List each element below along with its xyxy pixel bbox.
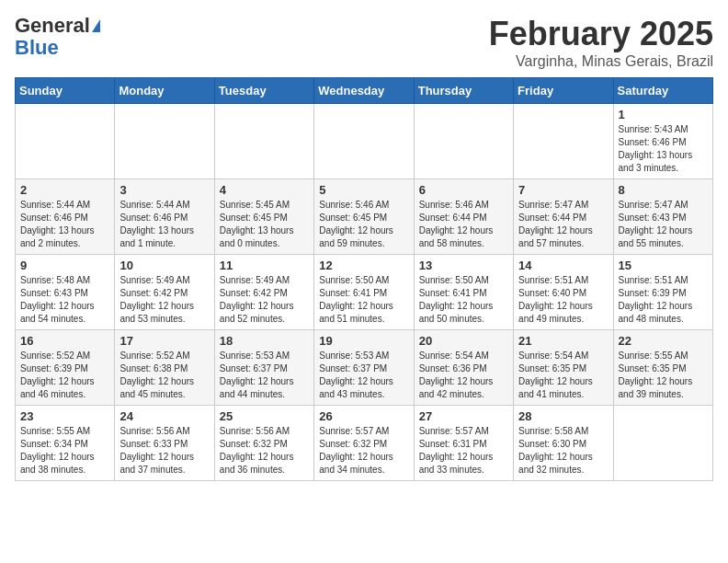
- day-info: Sunrise: 5:45 AM Sunset: 6:45 PM Dayligh…: [220, 199, 309, 250]
- day-info: Sunrise: 5:51 AM Sunset: 6:40 PM Dayligh…: [518, 274, 608, 326]
- day-info: Sunrise: 5:58 AM Sunset: 6:30 PM Dayligh…: [518, 425, 608, 477]
- calendar-day-cell: 18Sunrise: 5:53 AM Sunset: 6:37 PM Dayli…: [214, 330, 313, 406]
- location-title: Varginha, Minas Gerais, Brazil: [489, 53, 713, 70]
- day-info: Sunrise: 5:49 AM Sunset: 6:42 PM Dayligh…: [220, 274, 309, 326]
- calendar-day-cell: 19Sunrise: 5:53 AM Sunset: 6:37 PM Dayli…: [314, 330, 414, 406]
- calendar-table: SundayMondayTuesdayWednesdayThursdayFrid…: [15, 77, 713, 481]
- day-info: Sunrise: 5:50 AM Sunset: 6:41 PM Dayligh…: [319, 274, 408, 326]
- calendar-day-cell: 10Sunrise: 5:49 AM Sunset: 6:42 PM Dayli…: [115, 255, 214, 330]
- day-number: 1: [619, 108, 708, 121]
- day-info: Sunrise: 5:44 AM Sunset: 6:46 PM Dayligh…: [119, 199, 209, 250]
- day-number: 15: [619, 259, 708, 272]
- calendar-day-cell: 24Sunrise: 5:56 AM Sunset: 6:33 PM Dayli…: [115, 406, 214, 481]
- logo-general-text: General: [15, 15, 90, 37]
- day-info: Sunrise: 5:46 AM Sunset: 6:45 PM Dayligh…: [319, 199, 408, 250]
- calendar-day-cell: 13Sunrise: 5:50 AM Sunset: 6:41 PM Dayli…: [414, 255, 513, 330]
- day-info: Sunrise: 5:57 AM Sunset: 6:31 PM Dayligh…: [419, 425, 508, 477]
- day-number: 25: [220, 409, 309, 423]
- calendar-week-row: 9Sunrise: 5:48 AM Sunset: 6:43 PM Daylig…: [16, 255, 713, 330]
- page-header: General Blue February 2025 Varginha, Min…: [15, 15, 713, 70]
- day-number: 22: [619, 334, 708, 348]
- day-info: Sunrise: 5:49 AM Sunset: 6:42 PM Dayligh…: [119, 274, 209, 326]
- calendar-day-cell: 9Sunrise: 5:48 AM Sunset: 6:43 PM Daylig…: [16, 255, 115, 330]
- day-number: 19: [319, 334, 408, 348]
- day-info: Sunrise: 5:57 AM Sunset: 6:32 PM Dayligh…: [319, 425, 408, 477]
- weekday-header-row: SundayMondayTuesdayWednesdayThursdayFrid…: [16, 78, 713, 104]
- day-number: 11: [220, 259, 309, 272]
- day-number: 3: [119, 183, 209, 197]
- calendar-day-cell: 12Sunrise: 5:50 AM Sunset: 6:41 PM Dayli…: [314, 255, 414, 330]
- day-info: Sunrise: 5:47 AM Sunset: 6:43 PM Dayligh…: [619, 199, 708, 250]
- day-number: 2: [20, 183, 109, 197]
- logo-blue-text: Blue: [15, 37, 59, 59]
- calendar-day-cell: 3Sunrise: 5:44 AM Sunset: 6:46 PM Daylig…: [115, 179, 214, 255]
- calendar-day-cell: 11Sunrise: 5:49 AM Sunset: 6:42 PM Dayli…: [214, 255, 313, 330]
- weekday-header-tuesday: Tuesday: [214, 78, 313, 104]
- calendar-day-cell: [115, 104, 214, 179]
- calendar-day-cell: 8Sunrise: 5:47 AM Sunset: 6:43 PM Daylig…: [613, 179, 712, 255]
- day-info: Sunrise: 5:48 AM Sunset: 6:43 PM Dayligh…: [20, 274, 109, 326]
- day-info: Sunrise: 5:56 AM Sunset: 6:33 PM Dayligh…: [119, 425, 209, 477]
- day-info: Sunrise: 5:53 AM Sunset: 6:37 PM Dayligh…: [220, 350, 309, 401]
- day-number: 28: [518, 409, 608, 423]
- calendar-day-cell: [613, 406, 712, 481]
- day-number: 21: [518, 334, 608, 348]
- calendar-day-cell: 23Sunrise: 5:55 AM Sunset: 6:34 PM Dayli…: [16, 406, 115, 481]
- day-info: Sunrise: 5:54 AM Sunset: 6:35 PM Dayligh…: [518, 350, 608, 401]
- calendar-day-cell: 14Sunrise: 5:51 AM Sunset: 6:40 PM Dayli…: [514, 255, 613, 330]
- calendar-day-cell: 22Sunrise: 5:55 AM Sunset: 6:35 PM Dayli…: [613, 330, 712, 406]
- calendar-day-cell: 25Sunrise: 5:56 AM Sunset: 6:32 PM Dayli…: [214, 406, 313, 481]
- day-number: 7: [518, 183, 608, 197]
- calendar-day-cell: 16Sunrise: 5:52 AM Sunset: 6:39 PM Dayli…: [16, 330, 115, 406]
- day-number: 4: [220, 183, 309, 197]
- weekday-header-monday: Monday: [115, 78, 214, 104]
- day-number: 6: [419, 183, 508, 197]
- day-info: Sunrise: 5:54 AM Sunset: 6:36 PM Dayligh…: [419, 350, 508, 401]
- calendar-day-cell: [314, 104, 414, 179]
- calendar-week-row: 16Sunrise: 5:52 AM Sunset: 6:39 PM Dayli…: [16, 330, 713, 406]
- day-info: Sunrise: 5:56 AM Sunset: 6:32 PM Dayligh…: [220, 425, 309, 477]
- day-number: 18: [220, 334, 309, 348]
- day-number: 14: [518, 259, 608, 272]
- calendar-day-cell: 1Sunrise: 5:43 AM Sunset: 6:46 PM Daylig…: [613, 104, 712, 179]
- calendar-day-cell: 17Sunrise: 5:52 AM Sunset: 6:38 PM Dayli…: [115, 330, 214, 406]
- weekday-header-thursday: Thursday: [414, 78, 513, 104]
- day-info: Sunrise: 5:55 AM Sunset: 6:34 PM Dayligh…: [20, 425, 109, 477]
- calendar-day-cell: 20Sunrise: 5:54 AM Sunset: 6:36 PM Dayli…: [414, 330, 513, 406]
- weekday-header-sunday: Sunday: [16, 78, 115, 104]
- weekday-header-wednesday: Wednesday: [314, 78, 414, 104]
- calendar-day-cell: 2Sunrise: 5:44 AM Sunset: 6:46 PM Daylig…: [16, 179, 115, 255]
- day-number: 27: [419, 409, 508, 423]
- day-info: Sunrise: 5:47 AM Sunset: 6:44 PM Dayligh…: [518, 199, 608, 250]
- logo-triangle-icon: [92, 19, 100, 32]
- day-info: Sunrise: 5:55 AM Sunset: 6:35 PM Dayligh…: [619, 350, 708, 401]
- calendar-day-cell: 21Sunrise: 5:54 AM Sunset: 6:35 PM Dayli…: [514, 330, 613, 406]
- day-number: 23: [20, 409, 109, 423]
- calendar-week-row: 1Sunrise: 5:43 AM Sunset: 6:46 PM Daylig…: [16, 104, 713, 179]
- calendar-day-cell: 27Sunrise: 5:57 AM Sunset: 6:31 PM Dayli…: [414, 406, 513, 481]
- day-info: Sunrise: 5:52 AM Sunset: 6:38 PM Dayligh…: [119, 350, 209, 401]
- day-number: 26: [319, 409, 408, 423]
- day-number: 20: [419, 334, 508, 348]
- day-info: Sunrise: 5:44 AM Sunset: 6:46 PM Dayligh…: [20, 199, 109, 250]
- day-number: 17: [119, 334, 209, 348]
- day-info: Sunrise: 5:50 AM Sunset: 6:41 PM Dayligh…: [419, 274, 508, 326]
- calendar-day-cell: 5Sunrise: 5:46 AM Sunset: 6:45 PM Daylig…: [314, 179, 414, 255]
- day-info: Sunrise: 5:53 AM Sunset: 6:37 PM Dayligh…: [319, 350, 408, 401]
- day-number: 5: [319, 183, 408, 197]
- calendar-week-row: 2Sunrise: 5:44 AM Sunset: 6:46 PM Daylig…: [16, 179, 713, 255]
- calendar-day-cell: 15Sunrise: 5:51 AM Sunset: 6:39 PM Dayli…: [613, 255, 712, 330]
- day-info: Sunrise: 5:46 AM Sunset: 6:44 PM Dayligh…: [419, 199, 508, 250]
- calendar-day-cell: [214, 104, 313, 179]
- day-number: 10: [119, 259, 209, 272]
- calendar-week-row: 23Sunrise: 5:55 AM Sunset: 6:34 PM Dayli…: [16, 406, 713, 481]
- calendar-day-cell: [16, 104, 115, 179]
- calendar-day-cell: 28Sunrise: 5:58 AM Sunset: 6:30 PM Dayli…: [514, 406, 613, 481]
- calendar-day-cell: 7Sunrise: 5:47 AM Sunset: 6:44 PM Daylig…: [514, 179, 613, 255]
- day-info: Sunrise: 5:43 AM Sunset: 6:46 PM Dayligh…: [619, 123, 708, 175]
- weekday-header-saturday: Saturday: [613, 78, 712, 104]
- calendar-day-cell: 6Sunrise: 5:46 AM Sunset: 6:44 PM Daylig…: [414, 179, 513, 255]
- calendar-day-cell: 4Sunrise: 5:45 AM Sunset: 6:45 PM Daylig…: [214, 179, 313, 255]
- calendar-day-cell: 26Sunrise: 5:57 AM Sunset: 6:32 PM Dayli…: [314, 406, 414, 481]
- day-number: 24: [119, 409, 209, 423]
